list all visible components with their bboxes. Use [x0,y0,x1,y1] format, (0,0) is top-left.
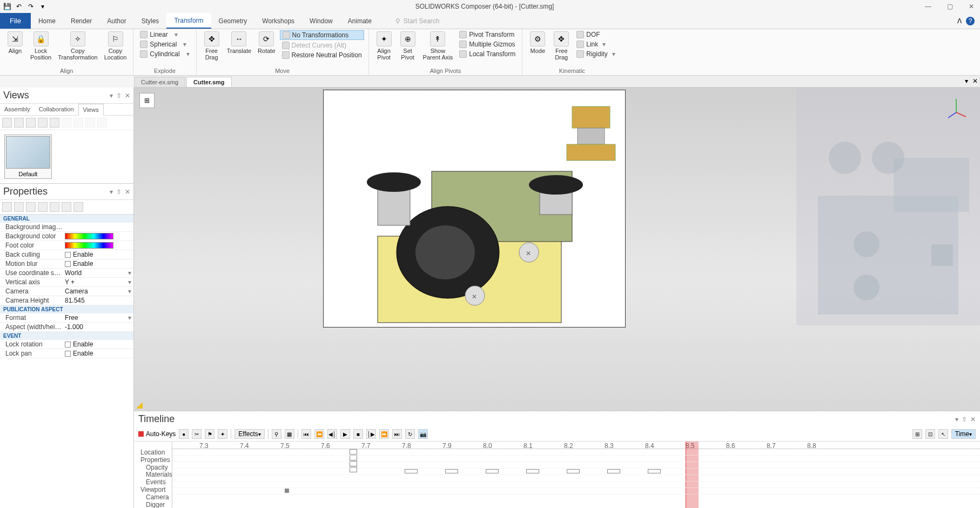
tl-tool-6[interactable]: ▦ [285,429,294,439]
tab-render[interactable]: Render [63,13,99,29]
keyframe[interactable] [567,469,580,473]
props-tool-2[interactable] [14,202,24,212]
loop-icon[interactable]: ↻ [405,429,415,439]
search-box[interactable]: ⚲ Start Search [395,13,440,29]
prop-row-back-culling[interactable]: Back cullingEnable [0,250,133,259]
panel-close-icon[interactable]: ✕ [125,188,130,196]
views-tool-5[interactable] [50,118,59,128]
tl-tool-4[interactable]: ✦ [218,429,227,439]
prop-row-camera-height[interactable]: Camera Height81.545 [0,296,133,305]
props-tool-6[interactable] [62,202,71,212]
link-button[interactable]: Link▾ [574,40,617,49]
checkbox[interactable] [65,261,71,267]
color-picker-icon[interactable] [65,233,113,239]
align-pivot-button[interactable]: ✦Align Pivot [373,30,395,62]
tab-window[interactable]: Window [302,13,340,29]
copy-transformation-button[interactable]: ✧Copy Transformation [56,30,100,62]
views-tool-1[interactable] [2,118,12,128]
checkbox[interactable] [65,342,71,347]
track-materials[interactable]: Materials [136,471,170,479]
translate-button[interactable]: ↔Translate [225,30,253,55]
track-events[interactable]: Events [136,479,170,486]
save-icon[interactable]: 💾 [2,2,12,11]
props-tool-5[interactable] [50,202,59,212]
tab-animate[interactable]: Animate [340,13,379,29]
tl-tool-2[interactable]: ✂ [192,429,202,439]
tab-geometry[interactable]: Geometry [211,13,255,29]
qat-dropdown-icon[interactable]: ▾ [38,2,48,11]
prop-row-format[interactable]: FormatFree▾ [0,313,133,323]
views-tool-8[interactable] [85,118,95,128]
props-tool-7[interactable] [73,202,83,212]
chevron-down-icon[interactable]: ▾ [128,278,131,286]
doctabs-close-icon[interactable]: ✕ [970,75,980,87]
file-menu[interactable]: File [0,13,31,29]
panel-pin-icon[interactable]: ⇧ [116,92,122,99]
maximize-icon[interactable]: ▢ [943,3,956,10]
checkbox[interactable] [65,252,71,258]
detect-curves-button[interactable]: Detect Curves (Alt) [280,41,364,50]
panel-pin-icon[interactable]: ⇧ [116,188,122,196]
track-camera[interactable]: Camera [136,494,170,502]
tl-right-1[interactable]: ⊞ [912,429,922,439]
prop-row-vertical-axis[interactable]: Vertical axisY +▾ [0,278,133,287]
tab-styles[interactable]: Styles [134,13,167,29]
copy-location-button[interactable]: ⚐Copy Location [102,30,129,62]
props-tool-4[interactable] [38,202,48,212]
explode-spherical-button[interactable]: Spherical▾ [138,40,191,49]
tab-author[interactable]: Author [99,13,133,29]
views-tool-2[interactable] [14,118,24,128]
keyframe[interactable] [486,469,499,473]
chevron-down-icon[interactable]: ▾ [128,269,131,277]
viewport-3d[interactable]: ⊞ [134,88,980,411]
prop-row-foot-color[interactable]: Foot color [0,241,133,250]
play-icon[interactable]: ▶ [340,429,350,439]
prop-row-lock-pan[interactable]: Lock panEnable [0,349,133,358]
local-transform-button[interactable]: Local Transform [457,50,518,58]
keyframe[interactable] [526,469,539,473]
prop-row-aspect[interactable]: Aspect (width/height)-1.000 [0,323,133,332]
dof-button[interactable]: DOF [574,30,617,39]
panel-dropdown-icon[interactable]: ▾ [955,416,958,423]
prop-row-lock-rotation[interactable]: Lock rotationEnable [0,340,133,349]
timeline-ruler[interactable]: 7.3 7.4 7.5 7.6 7.7 7.8 7.9 8.0 8.1 8.2 … [172,442,980,449]
keyframe[interactable] [445,469,458,473]
effects-button[interactable]: Effects ▾ [234,429,264,439]
tab-workshops[interactable]: Workshops [254,13,302,29]
timeline-grid[interactable]: 7.3 7.4 7.5 7.6 7.7 7.8 7.9 8.0 8.1 8.2 … [172,442,980,508]
stop-icon[interactable]: ■ [353,429,363,439]
kinematic-free-drag-button[interactable]: ✥Free Drag [551,30,572,62]
track-properties[interactable]: Properties [136,457,170,464]
prop-row-coord-syst[interactable]: Use coordinate syst...World▾ [0,269,133,278]
tl-tool-3[interactable]: ⚑ [205,429,214,439]
keyframe[interactable] [648,469,661,473]
auto-keys-toggle[interactable]: Auto-Keys [138,430,176,438]
views-tab-assembly[interactable]: Assembly [0,104,35,115]
time-mode-button[interactable]: Time ▾ [951,429,976,439]
chevron-down-icon[interactable]: ▾ [128,288,131,295]
help-icon[interactable]: ? [966,17,975,25]
tl-tool-1[interactable]: ● [179,429,189,439]
collapse-ribbon-icon[interactable]: ᐱ [957,17,962,25]
track-viewport[interactable]: Viewport [136,486,170,494]
views-tool-9[interactable] [97,118,107,128]
explode-cylindrical-button[interactable]: Cylindrical▾ [138,50,191,58]
pivot-transform-button[interactable]: Pivot Transform [457,30,518,39]
tab-transform[interactable]: Transform [166,13,211,29]
minimize-icon[interactable]: — [922,3,935,10]
tl-cursor-icon[interactable]: ↖ [938,429,948,439]
prop-row-motion-blur[interactable]: Motion blurEnable [0,259,133,269]
lock-position-button[interactable]: 🔒Lock Position [28,30,53,62]
set-pivot-button[interactable]: ⊕Set Pivot [397,30,419,62]
panel-dropdown-icon[interactable]: ▾ [110,188,113,196]
align-button[interactable]: ⇲Align [4,30,26,55]
no-transformations-button[interactable]: No Transformations [280,30,364,40]
views-tool-7[interactable] [73,118,83,128]
rewind-icon[interactable]: ⏪ [314,429,324,439]
views-tab-collaboration[interactable]: Collaboration [35,104,78,115]
show-parent-axis-button[interactable]: ↟Show Parent Axis [421,30,455,62]
undo-icon[interactable]: ↶ [14,2,24,11]
go-start-icon[interactable]: ⏮ [301,429,311,439]
panel-close-icon[interactable]: ✕ [125,92,130,99]
views-tool-6[interactable] [62,118,71,128]
